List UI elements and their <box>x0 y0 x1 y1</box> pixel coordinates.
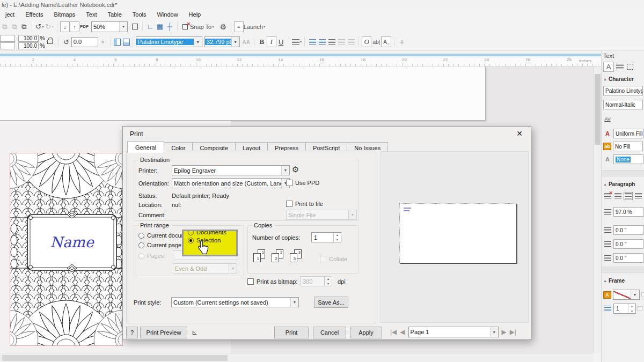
tab-general[interactable]: General <box>127 141 164 153</box>
horizontal-scrollbar[interactable] <box>0 353 593 362</box>
help-button[interactable]: ? <box>126 327 138 338</box>
undo-icon[interactable]: ↺▾ <box>35 21 45 32</box>
frame-section-header[interactable]: ▲ Frame <box>603 278 625 284</box>
mirror-vertical-icon[interactable] <box>123 39 130 46</box>
show-grid-icon[interactable]: ▦ <box>155 21 165 32</box>
printer-value[interactable]: Epilog Engraver <box>172 167 281 174</box>
current-document-radio[interactable] <box>138 233 144 239</box>
snap-to-button[interactable]: Snap To <box>190 21 211 32</box>
frame-fill-checkbox[interactable] <box>641 292 644 297</box>
background-fill-field[interactable]: No Fill <box>613 142 643 151</box>
paragraph-tab-icon[interactable] <box>616 63 624 71</box>
align-left-icon[interactable] <box>613 192 623 200</box>
outline-width-field[interactable]: None <box>613 154 643 164</box>
snap-off-icon[interactable]: ✕ <box>180 21 190 32</box>
printer-dropdown-icon[interactable]: ▼ <box>281 166 289 175</box>
use-ppd-checkbox[interactable] <box>286 180 292 186</box>
page-dropdown-icon[interactable]: ▼ <box>490 327 498 337</box>
orientation-combo[interactable]: Match orientation and size (Custom, Land… <box>172 178 290 188</box>
character-tab-icon[interactable]: A <box>603 62 614 72</box>
add-tool-icon[interactable]: + <box>397 36 407 47</box>
lock-ratio-icon[interactable] <box>47 40 53 44</box>
font-size-combo[interactable]: 32.799 pt ▼ <box>204 36 240 47</box>
menu-window[interactable]: Window <box>151 10 183 20</box>
print-style-value[interactable]: Custom (Current settings not saved) <box>172 299 290 306</box>
decrease-indent-icon[interactable] <box>346 36 356 47</box>
font-family-combo[interactable]: Palatino Linotype ▼ <box>136 36 202 47</box>
columns-value[interactable]: 1 <box>614 304 628 313</box>
menu-tools[interactable]: Tools <box>127 10 152 20</box>
object-y-field[interactable] <box>0 42 15 49</box>
collapse-character-icon[interactable]: ▲ <box>603 77 607 81</box>
redo-icon[interactable]: ↻▾ <box>45 21 54 32</box>
printer-combo[interactable]: Epilog Engraver ▼ <box>172 165 290 175</box>
frame-fill-combo[interactable]: ▼ <box>613 290 640 300</box>
print-as-bitmap-checkbox[interactable] <box>247 278 254 285</box>
options-gear-icon[interactable]: ⚙ <box>218 21 228 32</box>
paste-icon[interactable]: ⧉ <box>19 21 29 32</box>
collapse-paragraph-icon[interactable]: ▲ <box>603 182 607 186</box>
text-options-icon[interactable]: A○ <box>381 36 391 47</box>
columns-up-icon[interactable]: ▲ <box>628 304 635 309</box>
print-style-combo[interactable]: Custom (Current settings not saved) ▼ <box>171 297 299 307</box>
underline-button[interactable]: U <box>276 36 286 47</box>
docker-font-family-field[interactable]: Palatino Linotype <box>603 86 643 95</box>
publish-pdf-icon[interactable]: PDF <box>79 21 89 32</box>
vertical-scrollbar-thumb[interactable] <box>595 74 601 145</box>
import-icon[interactable]: ↓ <box>60 21 70 32</box>
paragraph-section-header[interactable]: ▲ Paragraph <box>603 181 635 187</box>
duplicate-icon[interactable]: ⧉ <box>10 21 19 32</box>
orientation-value[interactable]: Match orientation and size (Custom, Land… <box>172 180 281 187</box>
collapse-frame-icon[interactable]: ▲ <box>603 279 607 283</box>
documents-radio[interactable] <box>188 230 194 235</box>
menu-bitmaps[interactable]: Bitmaps <box>49 10 81 20</box>
dialog-close-icon[interactable]: ✕ <box>515 129 524 138</box>
copies-spinner[interactable]: 1 ▲▼ <box>311 232 341 242</box>
zoom-level-value[interactable]: 50% <box>92 24 119 30</box>
launch-icon[interactable]: ≡ <box>234 21 244 32</box>
bulleted-list-icon[interactable] <box>308 36 317 47</box>
font-size-value[interactable]: 32.799 pt <box>205 39 231 45</box>
frame-tab-icon[interactable] <box>626 63 634 71</box>
align-center-icon[interactable] <box>624 192 633 200</box>
apply-button[interactable]: Apply <box>350 327 382 338</box>
horizontal-scrollbar-thumb[interactable] <box>2 355 228 361</box>
align-none-icon[interactable]: ✕ <box>603 192 612 200</box>
copies-up-icon[interactable]: ▲ <box>334 233 341 238</box>
print-button[interactable]: Print <box>274 327 309 338</box>
menu-object[interactable]: ject <box>0 10 20 20</box>
print-to-file-checkbox[interactable] <box>286 201 292 207</box>
last-page-icon[interactable]: ▶| <box>510 328 516 336</box>
edit-text-icon[interactable]: ab| <box>371 36 381 47</box>
character-section-header[interactable]: ▲ Character <box>603 76 634 82</box>
right-indent-field[interactable]: 0.0 " <box>613 253 643 263</box>
export-icon[interactable]: ↑ <box>70 21 79 32</box>
frame-fill-dropdown-icon[interactable]: ▼ <box>631 290 639 299</box>
show-rulers-icon[interactable]: ∟ <box>145 21 155 32</box>
columns-spinner[interactable]: 1 ▲▼ <box>613 304 636 314</box>
align-right-icon[interactable] <box>634 192 643 200</box>
previous-page-icon[interactable]: ◀ <box>400 328 405 336</box>
first-line-indent-field[interactable]: 0.0 " <box>613 225 643 235</box>
collate-checkbox[interactable] <box>320 256 326 262</box>
first-page-icon[interactable]: |◀ <box>390 328 397 336</box>
copies-down-icon[interactable]: ▼ <box>334 238 341 242</box>
font-size-dropdown-icon[interactable]: ▼ <box>231 37 239 47</box>
zoom-dropdown-icon[interactable]: ▼ <box>119 22 127 32</box>
line-spacing-field[interactable]: 97.0 % <box>613 207 643 217</box>
menu-text[interactable]: Text <box>80 10 102 20</box>
menu-effects[interactable]: Effects <box>20 10 48 20</box>
numbered-list-icon[interactable] <box>317 36 327 47</box>
printer-preferences-gear-icon[interactable]: ⚙ <box>292 165 299 174</box>
font-family-dropdown-icon[interactable]: ▼ <box>194 37 202 47</box>
outline-text-icon[interactable]: O <box>362 36 371 47</box>
next-page-icon[interactable]: ▶ <box>502 328 507 336</box>
menu-help[interactable]: Help <box>184 10 207 20</box>
snap-to-dropdown-icon[interactable]: ▾ <box>212 25 214 29</box>
page-combo[interactable]: Page 1 ▼ <box>408 327 499 337</box>
scale-height-field[interactable]: 100.0 <box>18 42 39 49</box>
vertical-scrollbar[interactable] <box>593 67 601 353</box>
italic-button[interactable]: I <box>267 36 276 47</box>
cancel-button[interactable]: Cancel <box>313 327 346 338</box>
launch-dropdown-icon[interactable]: ▾ <box>264 25 266 29</box>
